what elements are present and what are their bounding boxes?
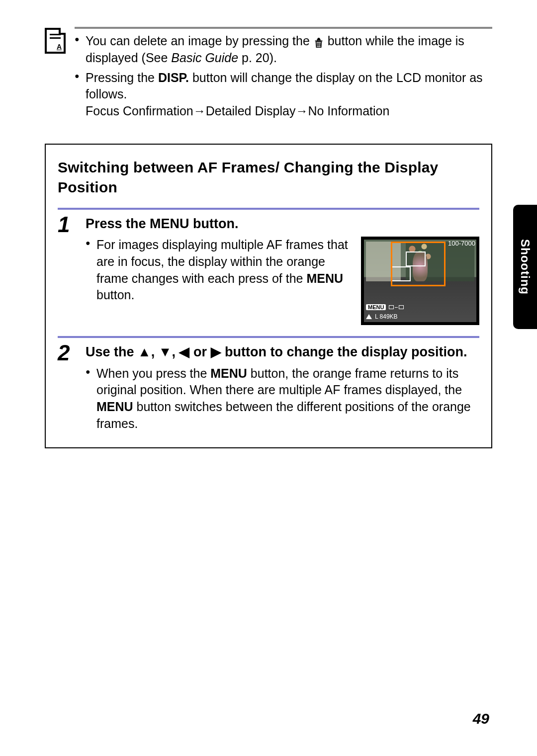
text: button switches between the different po… <box>96 400 471 430</box>
text: Pressing the <box>86 71 158 84</box>
step-2-heading: Use the ▲, ▼, ◀ or ▶ button to change th… <box>86 343 479 361</box>
step-1-heading: Press the MENU button. <box>86 215 479 233</box>
text-bold: MENU <box>306 271 343 285</box>
text-bold: MENU <box>210 366 247 380</box>
note-bullet-2: Pressing the DISP. button will change th… <box>75 70 492 120</box>
text: button to change the display position. <box>221 344 467 359</box>
text-sequence: Focus Confirmation→Detailed Display→No I… <box>86 103 492 120</box>
direction-arrows: ▲, ▼, ◀ or ▶ <box>138 344 221 359</box>
orange-frame <box>391 242 446 286</box>
section-title: Switching between AF Frames/ Changing th… <box>58 158 479 198</box>
note-icon: A <box>45 28 66 54</box>
section-box: Switching between AF Frames/ Changing th… <box>45 144 492 448</box>
text: When you press the <box>96 366 210 380</box>
thumb-file-number: 100-7000 <box>448 240 475 247</box>
text: L 849KB <box>375 313 398 320</box>
frame-switch-icon <box>389 305 404 309</box>
lcd-preview-thumbnail: 100-7000 MENU L 849KB <box>361 237 479 325</box>
tab-label: Shooting <box>518 239 532 295</box>
menu-badge: MENU <box>366 304 386 310</box>
step-1: 1 Press the MENU button. For images disp… <box>58 208 479 325</box>
text: p. 20). <box>238 51 277 65</box>
note-body: You can delete an image by pressing the … <box>75 27 492 123</box>
step-1-text: For images displaying multiple AF frames… <box>86 237 352 304</box>
text: You can delete an image by pressing the <box>86 34 313 48</box>
step-2-text: When you press the MENU button, the oran… <box>86 365 479 432</box>
text-bold: MENU <box>96 400 133 414</box>
step-number: 1 <box>58 214 79 325</box>
step-number: 2 <box>58 342 79 432</box>
top-note: A You can delete an image by pressing th… <box>45 27 492 123</box>
text: button. <box>96 288 134 302</box>
text: Use the <box>86 344 138 359</box>
step-2: 2 Use the ▲, ▼, ◀ or ▶ button to change … <box>58 336 479 432</box>
thumb-size-label: L 849KB <box>366 313 398 320</box>
quality-icon <box>366 314 372 319</box>
note-bullet-1: You can delete an image by pressing the … <box>75 33 492 67</box>
trash-icon <box>313 36 324 47</box>
text-bold: DISP. <box>158 71 189 84</box>
text-italic: Basic Guide <box>171 51 238 65</box>
thumb-menu-indicator: MENU <box>366 304 404 310</box>
page-number: 49 <box>473 710 489 727</box>
section-tab-shooting: Shooting <box>513 205 537 329</box>
manual-page: A You can delete an image by pressing th… <box>0 0 537 756</box>
